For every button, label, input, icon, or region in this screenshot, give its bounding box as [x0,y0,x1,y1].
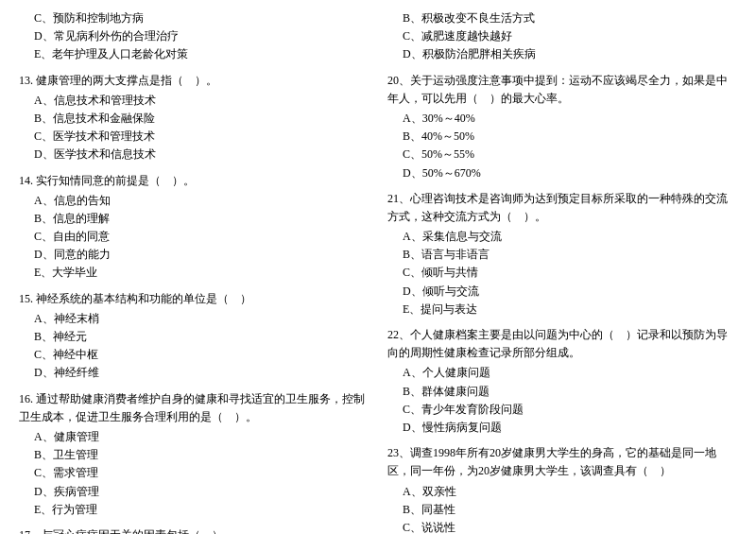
question-block: 21、心理咨询技术是咨询师为达到预定目标所采取的一种特殊的交流方式，这种交流方式… [387,190,737,319]
option-item: B、卫生管理 [19,446,369,464]
option-item: B、信息的理解 [19,210,369,228]
question-block: 23、调查1998年所有20岁健康男大学生的身高，它的基础是同一地区，同一年份，… [387,444,737,534]
option-item: B、神经元 [19,328,369,346]
option-item: C、自由的同意 [19,228,369,246]
option-item: A、信息技术和管理技术 [19,92,369,110]
question-block: 17、与冠心病病因无关的因素包括（ ）A、高血压B、肥胖病C、高脂血症D、高钙血… [19,526,369,534]
option-item: B、40%～50% [387,128,737,146]
question-block: 14. 实行知情同意的前提是（ ）。A、信息的告知B、信息的理解C、自由的同意D… [19,172,369,283]
question-title: 23、调查1998年所有20岁健康男大学生的身高，它的基础是同一地区，同一年份，… [387,444,737,480]
option-item: B、积极改变不良生活方式 [387,9,737,27]
option-item: B、同基性 [387,501,737,519]
option-item: A、30%～40% [387,110,737,128]
option-item: C、倾听与共情 [387,264,737,282]
option-item: D、积极防治肥胖相关疾病 [387,45,737,63]
question-title: 17、与冠心病病因无关的因素包括（ ） [19,526,369,534]
question-title: 22、个人健康档案主要是由以问题为中心的（ ）记录和以预防为导向的周期性健康检查… [387,326,737,362]
option-item: D、50%～670% [387,164,737,182]
option-item: E、行为管理 [19,501,369,519]
right-column: B、积极改变不良生活方式C、减肥速度越快越好D、积极防治肥胖相关疾病20、关于运… [387,9,737,534]
option-item: C、预防和控制地方病 [19,9,369,27]
option-item: C、医学技术和管理技术 [19,128,369,146]
option-item: B、语言与非语言 [387,246,737,264]
option-item: C、神经中枢 [19,346,369,364]
question-block: 22、个人健康档案主要是由以问题为中心的（ ）记录和以预防为导向的周期性健康检查… [387,326,737,437]
question-block: 15. 神经系统的基本结构和功能的单位是（ ）A、神经末梢B、神经元C、神经中枢… [19,290,369,383]
question-block: C、预防和控制地方病D、常见病利外伤的合理治疗E、老年护理及人口老龄化对策 [19,9,369,64]
option-item: D、神经纤维 [19,364,369,382]
option-item: C、减肥速度越快越好 [387,27,737,45]
option-item: D、医学技术和信息技术 [19,146,369,164]
option-item: B、群体健康问题 [387,383,737,401]
option-item: C、说说性 [387,519,737,534]
question-block: 16. 通过帮助健康消费者维护自身的健康和寻找适宜的卫生服务，控制卫生成本，促进… [19,390,369,519]
option-item: D、常见病利外伤的合理治疗 [19,27,369,45]
option-item: E、大学毕业 [19,264,369,282]
option-item: A、个人健康问题 [387,364,737,382]
option-item: A、健康管理 [19,428,369,446]
question-title: 13. 健康管理的两大支撑点是指（ ）。 [19,72,369,90]
question-block: B、积极改变不良生活方式C、减肥速度越快越好D、积极防治肥胖相关疾病 [387,9,737,64]
option-item: A、神经末梢 [19,310,369,328]
option-item: C、青少年发育阶段问题 [387,401,737,419]
question-block: 13. 健康管理的两大支撑点是指（ ）。A、信息技术和管理技术B、信息技术和金融… [19,72,369,164]
page-container: C、预防和控制地方病D、常见病利外伤的合理治疗E、老年护理及人口老龄化对策13.… [19,9,737,534]
option-item: D、慢性病病复问题 [387,419,737,437]
question-title: 21、心理咨询技术是咨询师为达到预定目标所采取的一种特殊的交流方式，这种交流方式… [387,190,737,226]
question-title: 14. 实行知情同意的前提是（ ）。 [19,172,369,190]
question-title: 16. 通过帮助健康消费者维护自身的健康和寻找适宜的卫生服务，控制卫生成本，促进… [19,390,369,426]
option-item: A、采集信息与交流 [387,228,737,246]
option-item: D、疾病管理 [19,483,369,501]
two-col-layout: C、预防和控制地方病D、常见病利外伤的合理治疗E、老年护理及人口老龄化对策13.… [19,9,737,534]
option-item: C、需求管理 [19,464,369,482]
option-item: E、提问与表达 [387,301,737,319]
question-block: 20、关于运动强度注意事项中提到：运动不应该竭尽全力，如果是中年人，可以先用（ … [387,72,737,182]
question-title: 15. 神经系统的基本结构和功能的单位是（ ） [19,290,369,308]
option-item: C、50%～55% [387,146,737,164]
question-title: 20、关于运动强度注意事项中提到：运动不应该竭尽全力，如果是中年人，可以先用（ … [387,72,737,108]
option-item: A、双亲性 [387,483,737,501]
left-column: C、预防和控制地方病D、常见病利外伤的合理治疗E、老年护理及人口老龄化对策13.… [19,9,369,534]
option-item: D、倾听与交流 [387,283,737,301]
option-item: D、同意的能力 [19,246,369,264]
option-item: B、信息技术和金融保险 [19,110,369,128]
option-item: A、信息的告知 [19,192,369,210]
option-item: E、老年护理及人口老龄化对策 [19,45,369,63]
